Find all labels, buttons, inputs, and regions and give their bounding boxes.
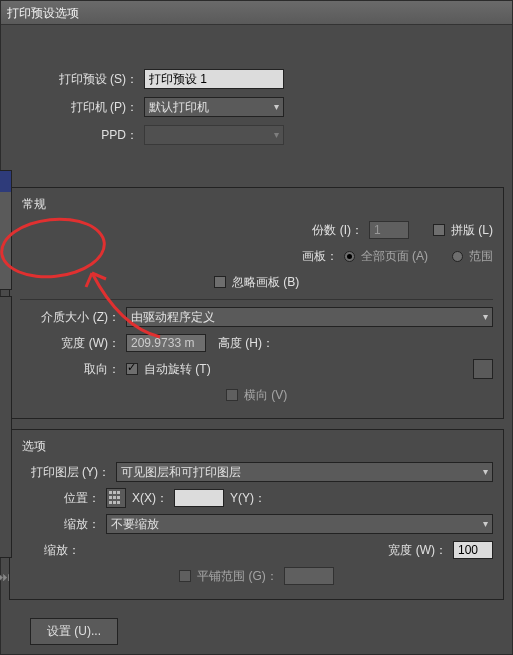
- autorotate-checkbox[interactable]: [126, 363, 138, 375]
- landscape-label: 横向 (V): [244, 387, 287, 404]
- category-list[interactable]: 常规 标记和出血 输出 图形 颜色管理 高级 小结: [9, 170, 12, 290]
- autorotate-label: 自动旋转 (T): [144, 361, 211, 378]
- printer-dropdown[interactable]: 默认打印机: [144, 97, 284, 117]
- x-input[interactable]: [174, 489, 224, 507]
- width-input[interactable]: 209.9733 m: [126, 334, 206, 352]
- x-label: X(X)：: [132, 490, 168, 507]
- width2-input[interactable]: 100: [453, 541, 493, 559]
- media-label: 介质大小 (Z)：: [20, 309, 120, 326]
- range-radio[interactable]: [452, 251, 463, 262]
- collate-label: 拼版 (L): [451, 222, 493, 239]
- width2-label: 宽度 (W)：: [388, 542, 447, 559]
- y-label: Y(Y)：: [230, 490, 266, 507]
- copies-label: 份数 (I)：: [312, 222, 363, 239]
- tile-checkbox: [179, 570, 191, 582]
- section-options: 选项 打印图层 (Y)： 可见图层和可打印图层 位置： X(X)： Y(Y)：: [9, 429, 504, 600]
- landscape-checkbox: [226, 389, 238, 401]
- list-item-general[interactable]: 常规: [9, 171, 11, 192]
- list-item-marks[interactable]: 标记和出血: [9, 192, 11, 213]
- artboard-label: 画板：: [302, 248, 338, 265]
- orient-label: 取向：: [20, 361, 120, 378]
- ppd-dropdown: [144, 125, 284, 145]
- placement-label: 位置：: [20, 490, 100, 507]
- list-item-output[interactable]: 输出: [9, 213, 11, 234]
- printer-label: 打印机 (P)：: [9, 99, 144, 116]
- section-general-title: 常规: [20, 196, 493, 213]
- height-label: 高度 (H)：: [218, 335, 274, 352]
- ignore-checkbox[interactable]: [214, 276, 226, 288]
- scale2-label: 缩放：: [20, 542, 80, 559]
- copies-input[interactable]: 1: [369, 221, 409, 239]
- layers-label: 打印图层 (Y)：: [20, 464, 110, 481]
- ppd-label: PPD：: [9, 127, 144, 144]
- list-item-color[interactable]: 颜色管理: [9, 255, 11, 276]
- orient-icon[interactable]: [473, 359, 493, 379]
- range-label: 范围: [469, 248, 493, 265]
- preview-nav: ⏮ ◀ ▶ ⏭: [9, 564, 12, 590]
- media-dropdown[interactable]: 由驱动程序定义: [126, 307, 493, 327]
- preset-label: 打印预设 (S)：: [9, 71, 144, 88]
- section-general: 常规 份数 (I)： 1 拼版 (L) 画板： 全部页面 (A): [9, 187, 504, 419]
- all-radio[interactable]: [344, 251, 355, 262]
- window-title: 打印预设选项: [1, 1, 512, 25]
- tile-label: 平铺范围 (G)：: [197, 568, 278, 585]
- nav-last-icon[interactable]: ⏭: [9, 569, 12, 585]
- all-label: 全部页面 (A): [361, 248, 428, 265]
- layers-dropdown[interactable]: 可见图层和可打印图层: [116, 462, 493, 482]
- list-item-graphics[interactable]: 图形: [9, 234, 11, 255]
- ignore-label: 忽略画板 (B): [232, 274, 299, 291]
- list-item-advanced[interactable]: 高级: [9, 276, 11, 290]
- anchor-grid[interactable]: [106, 488, 126, 508]
- preset-input[interactable]: 打印预设 1: [144, 69, 284, 89]
- scale-dropdown[interactable]: 不要缩放: [106, 514, 493, 534]
- settings-button[interactable]: 设置 (U)...: [30, 618, 118, 645]
- preview-area: [9, 296, 12, 558]
- section-options-title: 选项: [20, 438, 493, 455]
- width-label: 宽度 (W)：: [20, 335, 120, 352]
- tile-input: [284, 567, 334, 585]
- scale-label: 缩放：: [20, 516, 100, 533]
- collate-checkbox[interactable]: [433, 224, 445, 236]
